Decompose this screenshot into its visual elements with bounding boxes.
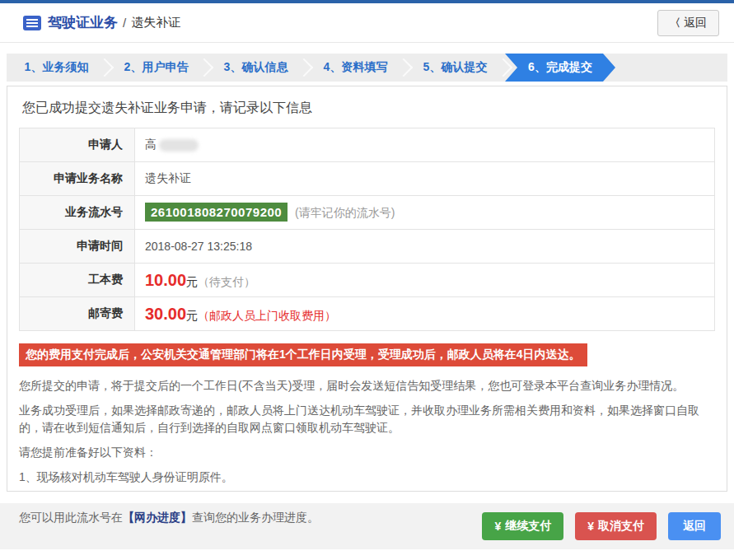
step-tab-complete-submit[interactable]: 6、完成提交 bbox=[505, 54, 615, 82]
step-tab-fill-materials[interactable]: 4、资料填写 bbox=[306, 54, 405, 82]
back-button-bottom[interactable]: 返回 bbox=[668, 512, 721, 540]
yen-icon: ¥ bbox=[587, 520, 594, 533]
progress-query-prefix: 您可以用此流水号在 bbox=[19, 511, 123, 524]
success-message: 您已成功提交遗失补证业务申请，请记录以下信息 bbox=[22, 100, 715, 117]
online-progress-link[interactable]: 【网办进度】 bbox=[123, 511, 192, 524]
step-progress-bar: 1、业务须知 2、用户申告 3、确认信息 4、资料填写 5、确认提交 6、完成提… bbox=[7, 54, 727, 82]
page-title: 驾驶证业务 bbox=[48, 13, 118, 32]
back-button-top[interactable]: 〈 返回 bbox=[657, 10, 719, 36]
back-button-top-label: 返回 bbox=[684, 16, 707, 30]
chevron-left-icon: 〈 bbox=[670, 16, 680, 30]
table-row-service-name: 申请业务名称 遗失补证 bbox=[20, 162, 715, 196]
back-button-bottom-label: 返回 bbox=[683, 519, 706, 534]
applicant-label: 申请人 bbox=[20, 128, 135, 162]
applicant-name-visible: 高 bbox=[145, 138, 157, 151]
table-row-apply-time: 申请时间 2018-08-27 13:25:18 bbox=[20, 230, 715, 264]
breadcrumb-current: 遗失补证 bbox=[131, 15, 180, 30]
page-header: 驾驶证业务 / 遗失补证 〈 返回 bbox=[0, 3, 734, 43]
apply-time-label: 申请时间 bbox=[20, 230, 135, 264]
continue-payment-label: 继续支付 bbox=[505, 519, 551, 534]
payment-warning-banner: 您的费用支付完成后，公安机关交通管理部门将在1个工作日内受理，受理成功后，邮政人… bbox=[19, 343, 587, 366]
production-fee-label: 工本费 bbox=[20, 264, 135, 297]
step-tab-confirm-submit[interactable]: 5、确认提交 bbox=[405, 54, 505, 82]
production-fee-note: （待支付） bbox=[198, 275, 255, 288]
step-tab-confirm-info[interactable]: 3、确认信息 bbox=[206, 54, 306, 82]
applicant-value: 高 bbox=[135, 128, 715, 162]
progress-query-suffix: 查询您的业务办理进度。 bbox=[192, 511, 319, 524]
step-tab-user-declaration[interactable]: 2、用户申告 bbox=[106, 54, 206, 82]
service-name-label: 申请业务名称 bbox=[20, 162, 135, 196]
apply-time-value: 2018-08-27 13:25:18 bbox=[135, 230, 715, 264]
cancel-payment-label: 取消支付 bbox=[598, 519, 644, 534]
serial-number-label: 业务流水号 bbox=[20, 196, 135, 230]
masked-name-blur bbox=[159, 139, 199, 152]
postage-fee-label: 邮寄费 bbox=[20, 297, 135, 331]
table-row-applicant: 申请人 高 bbox=[20, 128, 715, 162]
notice-paragraph-1: 您所提交的申请，将于提交后的一个工作日(不含当天)受理，届时会发送短信告知受理结… bbox=[19, 377, 715, 394]
postage-fee-note: （邮政人员上门收取费用） bbox=[198, 309, 336, 322]
postage-fee-value: 30.00元（邮政人员上门收取费用） bbox=[135, 297, 715, 331]
result-panel: 您已成功提交遗失补证业务申请，请记录以下信息 申请人 高 申请业务名称 遗失补证… bbox=[7, 86, 727, 492]
notice-paragraph-2: 业务成功受理后，如果选择邮政寄递的，邮政人员将上门送达机动车驾驶证，并收取办理业… bbox=[19, 402, 715, 436]
step-tab-business-notice[interactable]: 1、业务须知 bbox=[7, 54, 106, 82]
document-list-icon bbox=[23, 16, 41, 30]
table-row-production-fee: 工本费 10.00元（待支付） bbox=[20, 264, 715, 297]
postage-fee-unit: 元 bbox=[186, 309, 198, 322]
serial-number-badge: 261001808270079200 bbox=[145, 203, 288, 222]
application-info-table: 申请人 高 申请业务名称 遗失补证 业务流水号 2610018082700792… bbox=[19, 128, 715, 331]
postage-fee-amount: 30.00 bbox=[145, 305, 186, 323]
yen-icon: ¥ bbox=[494, 520, 501, 533]
serial-number-value: 261001808270079200 (请牢记你的流水号) bbox=[135, 196, 715, 230]
production-fee-unit: 元 bbox=[186, 275, 198, 288]
notice-paragraph-3: 请您提前准备好以下资料： bbox=[19, 444, 715, 461]
serial-number-note: (请牢记你的流水号) bbox=[295, 206, 395, 219]
cancel-payment-button[interactable]: ¥ 取消支付 bbox=[575, 512, 657, 540]
continue-payment-button[interactable]: ¥ 继续支付 bbox=[482, 512, 563, 540]
table-row-serial-number: 业务流水号 261001808270079200 (请牢记你的流水号) bbox=[20, 196, 715, 230]
production-fee-value: 10.00元（待支付） bbox=[135, 264, 715, 297]
production-fee-amount: 10.00 bbox=[145, 271, 186, 289]
service-name-value: 遗失补证 bbox=[135, 162, 715, 196]
breadcrumb-separator: / bbox=[123, 16, 126, 30]
notice-paragraph-4: 1、现场核对机动车驾驶人身份证明原件。 bbox=[19, 469, 715, 486]
table-row-postage-fee: 邮寄费 30.00元（邮政人员上门收取费用） bbox=[20, 297, 715, 331]
